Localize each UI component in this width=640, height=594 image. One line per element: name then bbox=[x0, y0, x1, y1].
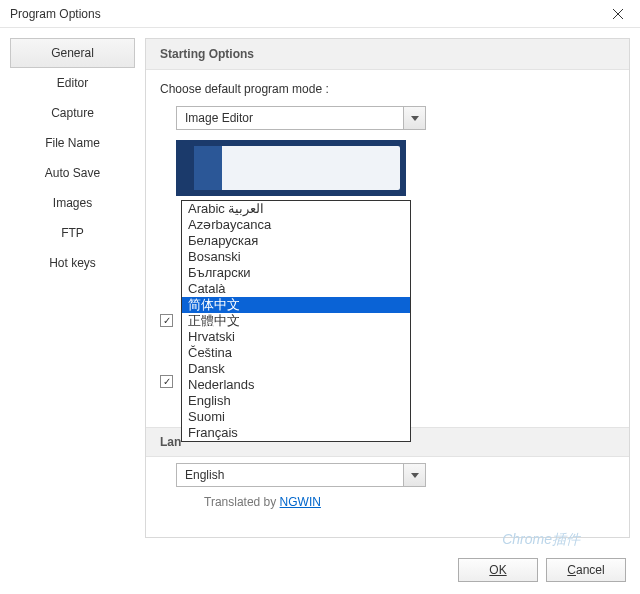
language-combo[interactable]: English bbox=[176, 463, 426, 487]
language-option[interactable]: Català bbox=[182, 281, 410, 297]
sidebar-item-file-name[interactable]: File Name bbox=[10, 128, 135, 158]
translated-by-text: Translated by NGWIN bbox=[204, 495, 321, 509]
sidebar-item-images[interactable]: Images bbox=[10, 188, 135, 218]
language-option[interactable]: Français bbox=[182, 425, 410, 441]
mode-label: Choose default program mode : bbox=[146, 70, 629, 100]
close-button[interactable] bbox=[604, 4, 632, 24]
sidebar: GeneralEditorCaptureFile NameAuto SaveIm… bbox=[10, 38, 135, 538]
dialog-footer: OK Cancel bbox=[458, 558, 626, 582]
language-option[interactable]: Nederlands bbox=[182, 377, 410, 393]
sidebar-item-ftp[interactable]: FTP bbox=[10, 218, 135, 248]
sidebar-item-hot-keys[interactable]: Hot keys bbox=[10, 248, 135, 278]
language-option[interactable]: Suomi bbox=[182, 409, 410, 425]
language-option[interactable]: Беларуская bbox=[182, 233, 410, 249]
close-icon bbox=[613, 9, 623, 19]
language-option[interactable]: 正體中文 bbox=[182, 313, 410, 329]
sidebar-item-editor[interactable]: Editor bbox=[10, 68, 135, 98]
ok-button[interactable]: OK bbox=[458, 558, 538, 582]
language-combo-value: English bbox=[177, 464, 403, 486]
translator-link[interactable]: NGWIN bbox=[280, 495, 321, 509]
language-dropdown-list[interactable]: Arabic العربيةAzərbaycancaБеларускаяBosa… bbox=[181, 200, 411, 442]
language-option[interactable]: Bosanski bbox=[182, 249, 410, 265]
chevron-down-icon bbox=[411, 473, 419, 478]
program-mode-dropdown-button[interactable] bbox=[403, 107, 425, 129]
ok-button-underline: OK bbox=[489, 563, 506, 577]
mode-preview-image bbox=[176, 140, 406, 196]
cancel-button[interactable]: Cancel bbox=[546, 558, 626, 582]
window-title: Program Options bbox=[10, 7, 101, 21]
language-option[interactable]: English bbox=[182, 393, 410, 409]
titlebar: Program Options bbox=[0, 0, 640, 28]
sidebar-item-capture[interactable]: Capture bbox=[10, 98, 135, 128]
chevron-down-icon bbox=[411, 116, 419, 121]
program-mode-value: Image Editor bbox=[177, 107, 403, 129]
language-option[interactable]: Dansk bbox=[182, 361, 410, 377]
language-dropdown-button[interactable] bbox=[403, 464, 425, 486]
language-option[interactable]: Čeština bbox=[182, 345, 410, 361]
program-mode-combo[interactable]: Image Editor bbox=[176, 106, 426, 130]
language-option[interactable]: Hrvatski bbox=[182, 329, 410, 345]
checkbox-option-1[interactable] bbox=[160, 314, 173, 327]
starting-options-header: Starting Options bbox=[146, 39, 629, 70]
language-option[interactable]: 简体中文 bbox=[182, 297, 410, 313]
sidebar-item-auto-save[interactable]: Auto Save bbox=[10, 158, 135, 188]
language-option[interactable]: Arabic العربية bbox=[182, 201, 410, 217]
sidebar-item-general[interactable]: General bbox=[10, 38, 135, 68]
checkbox-option-2[interactable] bbox=[160, 375, 173, 388]
language-option[interactable]: Български bbox=[182, 265, 410, 281]
language-option[interactable]: Azərbaycanca bbox=[182, 217, 410, 233]
